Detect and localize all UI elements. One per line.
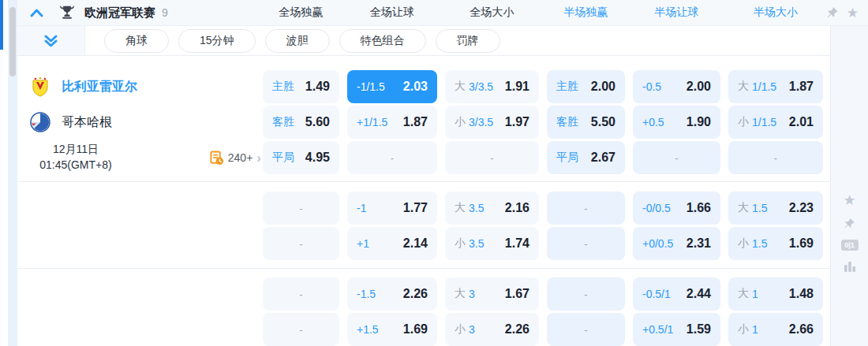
pin-match-icon[interactable] [844, 218, 855, 229]
odds-cell-empty: - [445, 141, 539, 174]
bet-line-label: 1.5 [752, 237, 767, 250]
odds-cell[interactable]: +1.51.69 [347, 313, 437, 346]
more-markets-count: 240+ [228, 151, 253, 164]
odds-cell[interactable]: 小1.51.69 [728, 227, 823, 260]
match-date: 12月11日 [25, 142, 126, 158]
favorite-league-star-icon[interactable]: ★ [847, 6, 859, 20]
outer-scrollbar-thumb[interactable] [0, 0, 3, 50]
league-title: 欧洲冠军联赛 [84, 6, 155, 20]
odds-cell[interactable]: -0.52.00 [633, 70, 720, 103]
odds-cell[interactable]: 小1/1.52.01 [728, 106, 823, 139]
odds-cell[interactable]: 主胜1.49 [263, 70, 339, 103]
odds-cell[interactable]: +1/1.51.87 [347, 106, 437, 139]
odds-cell[interactable]: -1.52.26 [347, 277, 437, 311]
odds-value: 2.31 [687, 236, 711, 251]
market-column-header[interactable]: 半场独赢 [547, 6, 625, 20]
odds-cell-empty: - [633, 141, 720, 174]
odds-value: 1.74 [505, 236, 529, 251]
odds-cell-empty: - [263, 227, 339, 260]
odds-cell[interactable]: +0.5/11.59 [633, 313, 720, 346]
pin-league-icon[interactable] [826, 6, 839, 19]
market-tab[interactable]: 波胆 [265, 29, 330, 53]
collapse-league-button[interactable] [30, 9, 43, 17]
alt-lines-section-2: --1.52.26大31.67--0.5/12.44大11.48-+1.51.6… [17, 269, 830, 346]
bet-line-label: -1.5 [357, 288, 376, 300]
score-badge[interactable]: 0|1 [841, 240, 859, 251]
market-tab[interactable]: 角球 [104, 29, 169, 53]
odds-cell[interactable]: 大1.52.23 [728, 192, 823, 225]
odds-cell[interactable]: 客胜5.60 [263, 106, 339, 139]
bet-line-label: -0/0.5 [642, 202, 671, 214]
odds-value: 1.48 [789, 287, 814, 301]
market-column-header[interactable]: 半场让球 [633, 6, 720, 20]
market-column-header[interactable]: 半场大小 [728, 6, 823, 20]
odds-cell[interactable]: 客胜5.50 [547, 106, 625, 139]
bet-line-label: -0.5/1 [642, 288, 671, 300]
ou-direction-label: 小 [738, 236, 749, 251]
expand-all-button[interactable] [17, 26, 85, 55]
odds-cell[interactable]: 大1/1.51.87 [728, 70, 823, 103]
bet-line-label: +1.5 [357, 323, 379, 336]
odds-cell[interactable]: 小3.51.74 [445, 227, 539, 260]
odds-cell[interactable]: -11.77 [347, 192, 437, 225]
ou-direction-label: 小 [738, 115, 749, 129]
odds-cell[interactable]: 平局4.95 [263, 141, 339, 174]
away-team-name: 哥本哈根 [62, 114, 112, 131]
outer-scrollbar[interactable] [0, 0, 3, 346]
odds-value: 2.16 [505, 201, 529, 215]
odds-cell[interactable]: -0.5/12.44 [633, 277, 720, 311]
odds-cell[interactable]: +12.14 [347, 227, 437, 260]
odds-value: 1.91 [505, 80, 529, 94]
market-tab[interactable]: 15分钟 [178, 29, 256, 53]
league-header-actions: ★ [823, 6, 868, 20]
stats-chart-icon[interactable] [844, 261, 856, 272]
bet-line-label: 1/1.5 [752, 80, 776, 93]
odds-value: 5.60 [305, 115, 330, 129]
market-column-header[interactable]: 全场独赢 [263, 6, 339, 20]
odds-cell[interactable]: +0/0.52.31 [633, 227, 720, 260]
market-tab[interactable]: 罚牌 [436, 29, 500, 53]
odds-cell[interactable]: 大31.67 [445, 277, 539, 311]
odds-cell-empty: - [263, 277, 339, 311]
odds-cell[interactable]: 大3/3.51.91 [445, 70, 539, 103]
home-team-name: 比利亚雷亚尔 [62, 79, 137, 95]
bet-line-label: 客胜 [272, 115, 294, 129]
odds-cell[interactable]: 小32.26 [445, 313, 539, 346]
ou-direction-label: 大 [455, 287, 466, 301]
odds-value: 2.26 [403, 287, 428, 301]
odds-cell[interactable]: 大3.52.16 [445, 192, 539, 225]
more-markets-button[interactable]: 240+ › [209, 151, 261, 166]
bet-line-label: -1 [357, 202, 366, 214]
inner-scrollbar-thumb[interactable] [9, 7, 16, 76]
bet-line-label: 客胜 [556, 115, 578, 129]
odds-cell[interactable]: +0.51.90 [633, 106, 720, 139]
odds-value: 1.87 [403, 115, 428, 129]
odds-cell[interactable]: 平局2.67 [547, 141, 625, 174]
odds-cell[interactable]: 主胜2.00 [547, 70, 625, 103]
odds-value: 4.95 [305, 151, 330, 165]
match-datetime: 12月11日 01:45(GMT+8) [25, 142, 126, 173]
odds-cell[interactable]: 大11.48 [728, 277, 823, 311]
odds-value: 1.67 [505, 287, 529, 301]
match-odds-grid: 主胜1.49-1/1.52.03大3/3.51.91主胜2.00-0.52.00… [263, 70, 823, 174]
odds-row: -+12.14小3.51.74-+0/0.52.31小1.51.69 [263, 227, 823, 260]
bet-line-label: 3 [469, 323, 475, 336]
home-team-row[interactable]: 比利亚雷亚尔 [17, 70, 263, 103]
inner-scrollbar[interactable] [8, 0, 17, 346]
market-tab[interactable]: 特色组合 [339, 29, 426, 53]
bet-line-label: 3.5 [469, 202, 484, 214]
market-column-header[interactable]: 全场大小 [445, 6, 539, 20]
match-meta-row: 12月11日 01:45(GMT+8) 240+ › [17, 141, 263, 174]
odds-cell[interactable]: -1/1.52.03 [347, 70, 437, 103]
bet-line-label: 主胜 [272, 80, 294, 94]
away-team-row[interactable]: 哥本哈根 [17, 106, 263, 139]
odds-cell[interactable]: 小12.66 [728, 313, 823, 346]
match-info-pane: 比利亚雷亚尔 哥本哈根 12月11日 01:45(GMT+8) [17, 70, 263, 174]
favorite-match-star-icon[interactable]: ★ [843, 193, 855, 207]
ou-direction-label: 大 [455, 201, 466, 215]
odds-cell[interactable]: -0/0.51.66 [633, 192, 720, 225]
market-column-header[interactable]: 全场让球 [347, 6, 437, 20]
odds-cell[interactable]: 小3/3.51.97 [445, 106, 539, 139]
double-chevron-down-icon [44, 35, 58, 47]
ou-direction-label: 小 [455, 236, 466, 251]
